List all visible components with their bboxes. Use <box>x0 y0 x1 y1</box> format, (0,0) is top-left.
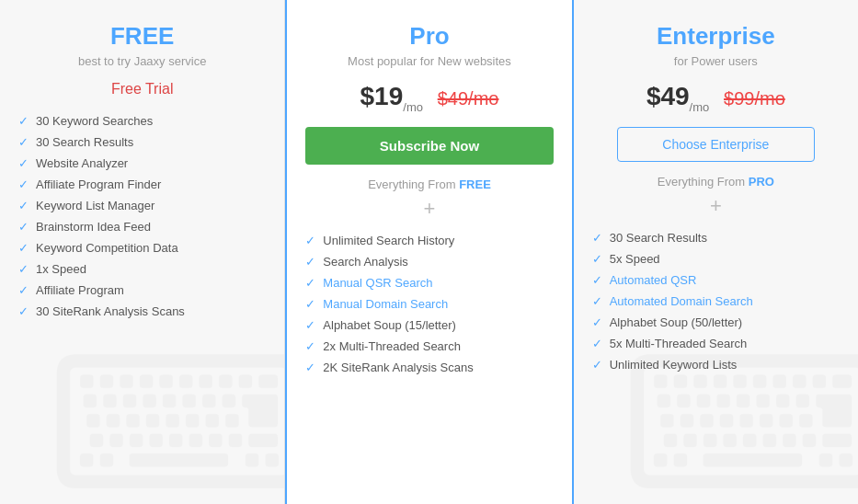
plan-pro: Pro Most popular for New websites $19/mo… <box>285 0 573 504</box>
check-icon: ✓ <box>18 199 29 212</box>
list-item: ✓Manual Domain Search <box>305 293 553 315</box>
list-item: ✓Affiliate Program Finder <box>18 174 266 195</box>
free-plan-title: FREE <box>18 22 266 51</box>
check-icon: ✓ <box>305 276 315 290</box>
list-item: ✓30 Search Results <box>592 227 840 248</box>
check-icon: ✓ <box>592 358 602 372</box>
feature-label: Automated Domain Search <box>610 294 753 308</box>
check-icon: ✓ <box>305 234 315 247</box>
pro-price-current: $19/mo <box>360 82 430 110</box>
feature-label: 30 Search Results <box>610 231 707 245</box>
feature-label: 5x Multi-Threaded Search <box>610 337 748 350</box>
list-item: ✓Unlimited Keyword Lists <box>592 354 840 375</box>
free-plan-subtitle: best to try Jaaxy service <box>18 54 266 68</box>
feature-label: Website Analyzer <box>36 156 128 170</box>
free-trial-label: Free Trial <box>18 81 266 97</box>
check-icon: ✓ <box>18 156 29 170</box>
list-item: ✓30 Keyword Searches <box>18 110 266 132</box>
pricing-container: ⌨ FREE best to try Jaaxy service Free Tr… <box>0 0 858 504</box>
list-item: ✓Manual QSR Search <box>305 272 553 293</box>
enterprise-everything-from: Everything From PRO <box>592 175 840 189</box>
feature-label: Unlimited Keyword Lists <box>610 358 738 372</box>
choose-enterprise-button[interactable]: Choose Enterprise <box>617 127 815 162</box>
feature-label: Keyword Competition Data <box>36 241 178 255</box>
feature-label: Alphabet Soup (50/letter) <box>610 315 743 329</box>
check-icon: ✓ <box>18 114 29 128</box>
check-icon: ✓ <box>18 304 29 318</box>
list-item: ✓30 Search Results <box>18 132 266 153</box>
list-item: ✓Unlimited Search History <box>305 230 553 251</box>
feature-label: Search Analysis <box>323 255 408 269</box>
list-item: ✓Search Analysis <box>305 251 553 272</box>
list-item: ✓Automated Domain Search <box>592 291 840 312</box>
feature-label: Automated QSR <box>610 273 697 287</box>
check-icon: ✓ <box>18 220 29 234</box>
check-icon: ✓ <box>18 135 29 149</box>
bg-decoration: ⌨ <box>46 317 285 504</box>
feature-label: 2x Multi-Threaded Search <box>323 339 461 353</box>
feature-label: Brainstorm Idea Feed <box>36 220 151 234</box>
check-icon: ✓ <box>592 252 602 266</box>
list-item: ✓2K SiteRank Analysis Scans <box>305 357 553 378</box>
feature-label: 30 SiteRank Analysis Scans <box>36 304 185 318</box>
check-icon: ✓ <box>592 231 602 245</box>
pro-feature-list: ✓Unlimited Search History ✓Search Analys… <box>305 230 553 378</box>
list-item: ✓Affiliate Program <box>18 280 266 301</box>
feature-label: Affiliate Program Finder <box>36 178 161 191</box>
list-item: ✓5x Multi-Threaded Search <box>592 333 840 354</box>
pro-everything-from: Everything From FREE <box>305 178 553 191</box>
pro-plan-price: $19/mo $49/mo <box>305 81 553 114</box>
list-item: ✓1x Speed <box>18 258 266 280</box>
list-item: ✓Keyword Competition Data <box>18 237 266 258</box>
list-item: ✓2x Multi-Threaded Search <box>305 336 553 357</box>
enterprise-feature-list: ✓30 Search Results ✓5x Speed ✓Automated … <box>592 227 840 375</box>
enterprise-plan-title: Enterprise <box>592 22 840 51</box>
enterprise-price-old: $99/mo <box>724 88 785 109</box>
check-icon: ✓ <box>18 241 29 255</box>
check-icon: ✓ <box>592 315 602 329</box>
list-item: ✓Alphabet Soup (50/letter) <box>592 312 840 333</box>
check-icon: ✓ <box>18 262 29 276</box>
pro-price-old: $49/mo <box>438 88 499 109</box>
feature-label: 1x Speed <box>36 262 86 276</box>
feature-label: 30 Search Results <box>36 135 133 149</box>
check-icon: ✓ <box>305 255 315 269</box>
list-item: ✓Website Analyzer <box>18 153 266 174</box>
list-item: ✓5x Speed <box>592 248 840 269</box>
feature-label: 5x Speed <box>610 252 660 266</box>
enterprise-price-current: $49/mo <box>646 82 716 110</box>
feature-label: Affiliate Program <box>36 283 124 297</box>
free-feature-list: ✓30 Keyword Searches ✓30 Search Results … <box>18 110 266 322</box>
plan-enterprise: ⌨ Enterprise for Power users $49/mo $99/… <box>574 0 858 504</box>
feature-label: Unlimited Search History <box>323 234 454 247</box>
enterprise-plan-price: $49/mo $99/mo <box>592 81 840 114</box>
enterprise-plus-divider: + <box>592 194 840 218</box>
pro-plus-divider: + <box>305 197 553 221</box>
pro-plan-title: Pro <box>305 22 553 51</box>
check-icon: ✓ <box>305 297 315 311</box>
list-item: ✓Alphabet Soup (15/letter) <box>305 315 553 336</box>
check-icon: ✓ <box>592 294 602 308</box>
plan-free: ⌨ FREE best to try Jaaxy service Free Tr… <box>0 0 285 504</box>
check-icon: ✓ <box>18 178 29 191</box>
feature-label: Manual QSR Search <box>323 276 432 290</box>
check-icon: ✓ <box>592 337 602 350</box>
feature-label: Manual Domain Search <box>323 297 448 311</box>
check-icon: ✓ <box>305 361 315 374</box>
feature-label: Alphabet Soup (15/letter) <box>323 318 456 332</box>
list-item: ✓30 SiteRank Analysis Scans <box>18 301 266 322</box>
check-icon: ✓ <box>18 283 29 297</box>
enterprise-plan-subtitle: for Power users <box>592 54 840 68</box>
list-item: ✓Keyword List Manager <box>18 195 266 216</box>
subscribe-now-button[interactable]: Subscribe Now <box>305 127 553 165</box>
pro-plan-subtitle: Most popular for New websites <box>305 54 553 68</box>
list-item: ✓Brainstorm Idea Feed <box>18 216 266 237</box>
check-icon: ✓ <box>592 273 602 287</box>
feature-label: 30 Keyword Searches <box>36 114 153 128</box>
check-icon: ✓ <box>305 339 315 353</box>
check-icon: ✓ <box>305 318 315 332</box>
feature-label: Keyword List Manager <box>36 199 154 212</box>
list-item: ✓Automated QSR <box>592 269 840 291</box>
feature-label: 2K SiteRank Analysis Scans <box>323 361 473 374</box>
